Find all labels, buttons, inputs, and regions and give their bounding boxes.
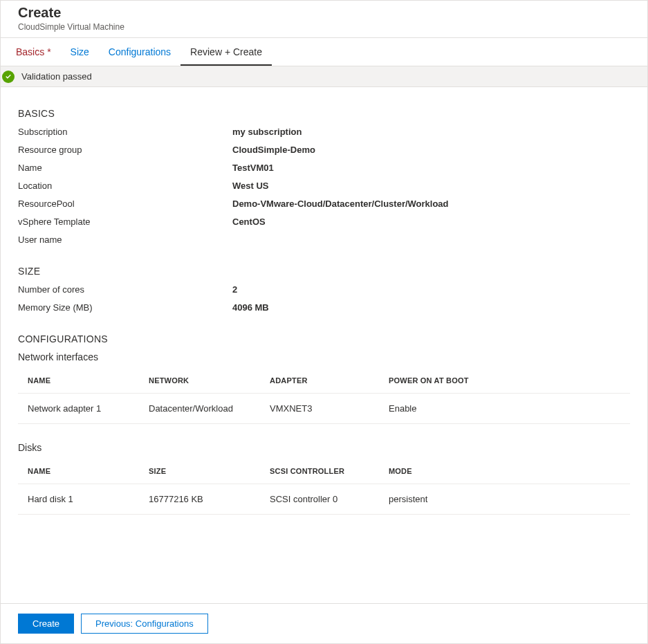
- section-configurations: CONFIGURATIONS Network interfaces NAME N…: [18, 333, 630, 515]
- value-resource-group: CloudSimple-Demo: [232, 144, 315, 156]
- th-net-network: NETWORK: [139, 368, 260, 394]
- validation-banner: Validation passed: [1, 66, 647, 87]
- th-disk-size: SIZE: [139, 459, 260, 484]
- td-net-name: Network adapter 1: [18, 394, 139, 424]
- tab-review-create[interactable]: Review + Create: [180, 38, 272, 66]
- label-user-name: User name: [18, 234, 232, 246]
- value-name: TestVM01: [232, 162, 274, 174]
- row-vsphere-template: vSphere TemplateCentOS: [18, 216, 630, 228]
- td-disk-scsi: SCSI controller 0: [260, 484, 379, 515]
- th-net-adapter: ADAPTER: [260, 368, 379, 394]
- value-subscription: my subscription: [232, 126, 302, 138]
- td-net-network: Datacenter/Workload: [139, 394, 260, 424]
- value-cores: 2: [232, 284, 237, 296]
- label-resource-group: Resource group: [18, 144, 232, 156]
- row-user-name: User name: [18, 234, 630, 246]
- tab-configurations[interactable]: Configurations: [99, 38, 180, 66]
- check-icon: [2, 71, 15, 83]
- tab-basics-label: Basics: [16, 46, 44, 57]
- value-memory: 4096 MB: [232, 302, 269, 314]
- label-name: Name: [18, 162, 232, 174]
- validation-message: Validation passed: [21, 71, 92, 82]
- wizard-tabs: Basics * Size Configurations Review + Cr…: [1, 38, 647, 66]
- td-net-adapter: VMXNET3: [260, 394, 379, 424]
- row-memory: Memory Size (MB)4096 MB: [18, 302, 630, 314]
- th-disk-name: NAME: [18, 459, 139, 484]
- label-memory: Memory Size (MB): [18, 302, 232, 314]
- label-resource-pool: ResourcePool: [18, 198, 232, 210]
- value-resource-pool: Demo-VMware-Cloud/Datacenter/Cluster/Wor…: [232, 198, 449, 210]
- table-header-row: NAME NETWORK ADAPTER POWER ON AT BOOT: [18, 368, 630, 394]
- required-indicator: *: [47, 46, 50, 57]
- label-cores: Number of cores: [18, 284, 232, 296]
- network-interfaces-table: NAME NETWORK ADAPTER POWER ON AT BOOT Ne…: [18, 368, 630, 424]
- th-disk-mode: MODE: [379, 459, 630, 484]
- review-content: BASICS Subscriptionmy subscription Resou…: [1, 87, 647, 515]
- create-button[interactable]: Create: [18, 614, 74, 634]
- value-vsphere-template: CentOS: [232, 216, 266, 228]
- subhead-network-interfaces: Network interfaces: [18, 351, 630, 362]
- row-resource-group: Resource groupCloudSimple-Demo: [18, 144, 630, 156]
- row-cores: Number of cores2: [18, 284, 630, 296]
- table-row: Network adapter 1 Datacenter/Workload VM…: [18, 394, 630, 424]
- section-size-title: SIZE: [18, 266, 630, 277]
- subhead-disks: Disks: [18, 442, 630, 453]
- label-vsphere-template: vSphere Template: [18, 216, 232, 228]
- td-net-power: Enable: [379, 394, 630, 424]
- page-header: Create CloudSimple Virtual Machine: [1, 1, 647, 38]
- value-location: West US: [232, 180, 269, 192]
- tab-size[interactable]: Size: [61, 38, 99, 66]
- section-basics: BASICS Subscriptionmy subscription Resou…: [18, 108, 630, 246]
- section-basics-title: BASICS: [18, 108, 630, 119]
- td-disk-mode: persistent: [379, 484, 630, 515]
- section-size: SIZE Number of cores2 Memory Size (MB)40…: [18, 266, 630, 314]
- disks-table: NAME SIZE SCSI CONTROLLER MODE Hard disk…: [18, 459, 630, 515]
- th-net-name: NAME: [18, 368, 139, 394]
- section-configurations-title: CONFIGURATIONS: [18, 333, 630, 344]
- page-title: Create: [18, 5, 640, 21]
- row-resource-pool: ResourcePoolDemo-VMware-Cloud/Datacenter…: [18, 198, 630, 210]
- th-disk-scsi: SCSI CONTROLLER: [260, 459, 379, 484]
- row-subscription: Subscriptionmy subscription: [18, 126, 630, 138]
- td-disk-name: Hard disk 1: [18, 484, 139, 515]
- tab-basics[interactable]: Basics *: [6, 38, 61, 66]
- row-location: LocationWest US: [18, 180, 630, 192]
- row-name: NameTestVM01: [18, 162, 630, 174]
- td-disk-size: 16777216 KB: [139, 484, 260, 515]
- previous-button[interactable]: Previous: Configurations: [81, 614, 208, 634]
- wizard-footer: Create Previous: Configurations: [1, 603, 647, 643]
- table-header-row: NAME SIZE SCSI CONTROLLER MODE: [18, 459, 630, 484]
- page-subtitle: CloudSimple Virtual Machine: [18, 22, 640, 32]
- label-subscription: Subscription: [18, 126, 232, 138]
- th-net-power: POWER ON AT BOOT: [379, 368, 630, 394]
- table-row: Hard disk 1 16777216 KB SCSI controller …: [18, 484, 630, 515]
- label-location: Location: [18, 180, 232, 192]
